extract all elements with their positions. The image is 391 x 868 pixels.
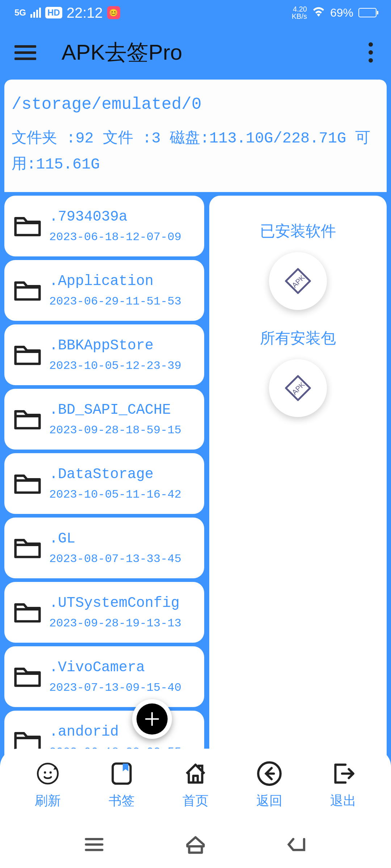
home-icon (182, 760, 209, 787)
folder-date: 2023-10-05-11-16-42 (49, 488, 196, 501)
folder-name: .UTSystemConfig (49, 594, 196, 612)
nav-home[interactable]: 首页 (182, 760, 209, 810)
folder-text: .UTSystemConfig2023-09-28-19-13-13 (49, 594, 196, 630)
folder-item[interactable]: .VivoCamera2023-07-13-09-15-40 (4, 646, 204, 707)
folder-name: .andorid (49, 723, 196, 741)
installed-apps-button[interactable]: APK (269, 252, 327, 310)
folder-text: .GL2023-08-07-13-33-45 (49, 530, 196, 566)
network-label: 5G (14, 8, 26, 18)
nav-refresh[interactable]: 刷新 (34, 760, 61, 810)
folder-name: .DataStorage (49, 465, 196, 484)
folder-item[interactable]: .UTSystemConfig2023-09-28-19-13-13 (4, 582, 204, 643)
folder-text: .BD_SAPI_CACHE2023-09-28-18-59-15 (49, 401, 196, 437)
folder-date: 2023-10-05-12-23-39 (49, 359, 196, 373)
app-title: APK去签Pro (62, 38, 369, 67)
folder-text: .BBKAppStore2023-10-05-12-23-39 (49, 337, 196, 373)
folder-icon (13, 536, 42, 559)
folder-item[interactable]: .7934039a2023-06-18-12-07-09 (4, 196, 204, 256)
folder-date: 2023-06-29-11-51-53 (49, 295, 196, 308)
folder-item[interactable]: .BD_SAPI_CACHE2023-09-28-18-59-15 (4, 389, 204, 450)
nav-bookmark[interactable]: 书签 (108, 760, 135, 810)
battery-icon (358, 8, 377, 17)
current-path: /storage/emulated/0 (12, 90, 379, 119)
nav-back-label: 返回 (256, 792, 282, 810)
folder-icon (13, 601, 42, 624)
nav-back[interactable]: 返回 (256, 760, 283, 810)
app-notification-icon: 😊 (107, 6, 120, 19)
sys-home-icon[interactable] (185, 834, 206, 855)
svg-point-4 (50, 771, 52, 773)
apk-icon: APK (283, 374, 312, 403)
path-info-panel: /storage/emulated/0 文件夹 :92 文件 :3 磁盘:113… (4, 80, 387, 192)
folder-item[interactable]: .Application2023-06-29-11-51-53 (4, 260, 204, 321)
folder-item[interactable]: .DataStorage2023-10-05-11-16-42 (4, 453, 204, 514)
svg-point-2 (38, 763, 58, 784)
nav-bookmark-label: 书签 (109, 792, 135, 810)
folder-date: 2023-06-18-12-07-09 (49, 230, 196, 244)
wifi-icon (312, 6, 325, 20)
folder-text: .VivoCamera2023-07-13-09-15-40 (49, 659, 196, 694)
bookmark-icon (108, 760, 135, 787)
back-icon (256, 760, 283, 787)
folder-item[interactable]: .GL2023-08-07-13-33-45 (4, 518, 204, 578)
status-left: 5G HD 22:12 😊 (14, 5, 120, 21)
system-nav (0, 821, 391, 868)
add-fab[interactable] (132, 699, 172, 739)
folder-icon (13, 279, 42, 302)
folder-text: .DataStorage2023-10-05-11-16-42 (49, 465, 196, 501)
svg-point-3 (44, 771, 46, 773)
battery-percent: 69% (330, 6, 353, 20)
nav-exit[interactable]: 退出 (330, 760, 357, 810)
nav-refresh-label: 刷新 (35, 792, 61, 810)
folder-item[interactable]: .BBKAppStore2023-10-05-12-23-39 (4, 324, 204, 385)
folder-text: .Application2023-06-29-11-51-53 (49, 272, 196, 308)
folder-icon (13, 472, 42, 495)
installed-apps-label: 已安装软件 (260, 221, 336, 241)
folder-date: 2023-09-28-19-13-13 (49, 617, 196, 630)
sys-recent-icon[interactable] (83, 834, 105, 855)
nav-home-label: 首页 (182, 792, 209, 810)
folder-date: 2023-07-13-09-15-40 (49, 681, 196, 694)
bottom-nav: 刷新 书签 首页 返回 退出 (0, 749, 391, 821)
folder-name: .BD_SAPI_CACHE (49, 401, 196, 419)
all-packages-button[interactable]: APK (269, 359, 327, 417)
sys-back-icon[interactable] (286, 834, 308, 855)
folder-date: 2023-08-07-13-33-45 (49, 552, 196, 566)
nav-exit-label: 退出 (330, 792, 356, 810)
clock: 22:12 (67, 5, 103, 21)
apk-icon: APK (283, 267, 312, 295)
storage-stats: 文件夹 :92 文件 :3 磁盘:113.10G/228.71G 可用:115.… (12, 126, 379, 178)
menu-icon[interactable] (14, 45, 36, 60)
overflow-menu-icon[interactable] (369, 42, 377, 63)
folder-text: .7934039a2023-06-18-12-07-09 (49, 208, 196, 244)
status-right: 4.20KB/s 69% (292, 5, 377, 20)
signal-icon (30, 8, 41, 18)
folder-icon (13, 214, 42, 238)
status-bar: 5G HD 22:12 😊 4.20KB/s 69% (0, 0, 391, 25)
folder-name: .VivoCamera (49, 659, 196, 677)
folder-icon (13, 343, 42, 366)
refresh-icon (34, 760, 61, 787)
folder-icon (13, 665, 42, 688)
folder-name: .7934039a (49, 208, 196, 226)
data-speed: 4.20KB/s (292, 5, 307, 20)
folder-date: 2023-09-28-18-59-15 (49, 424, 196, 437)
exit-icon (330, 760, 357, 787)
folder-name: .GL (49, 530, 196, 548)
folder-icon (13, 408, 42, 431)
folder-name: .Application (49, 272, 196, 290)
folder-name: .BBKAppStore (49, 337, 196, 355)
plus-icon (143, 710, 161, 728)
hd-badge: HD (45, 7, 62, 18)
app-top-bar: APK去签Pro (0, 25, 391, 80)
all-packages-label: 所有安装包 (260, 328, 336, 348)
